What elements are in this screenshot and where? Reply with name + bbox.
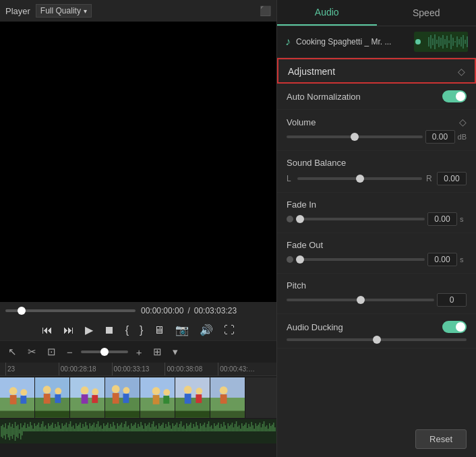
ruler-mark-0: 23 — [5, 363, 59, 375]
music-icon: ♪ — [285, 36, 291, 48]
zoom-in-btn[interactable]: + — [133, 345, 145, 359]
mark-in-button[interactable]: { — [124, 323, 130, 338]
left-label: L — [287, 174, 293, 183]
volume-value-group: ◇ — [459, 117, 467, 127]
fade-out-slider[interactable] — [296, 258, 425, 261]
volume-slider-group: 0.00 dB — [287, 130, 467, 144]
timeline-scrubber[interactable] — [5, 309, 136, 312]
zoom-out-btn[interactable]: − — [64, 345, 76, 359]
svg-rect-6 — [20, 396, 26, 404]
fade-in-row: Fade In 0.00 s — [277, 193, 476, 233]
track-name: Cooking Spaghetti _ Mr. ... — [296, 37, 409, 47]
svg-point-17 — [81, 386, 89, 394]
stop-button[interactable]: ⏹ — [102, 323, 116, 338]
svg-rect-16 — [70, 411, 105, 418]
fade-out-value: 0.00 — [427, 253, 457, 266]
track-dot — [415, 39, 421, 44]
svg-rect-23 — [105, 411, 140, 418]
cartoon-frame-1 — [0, 377, 35, 418]
svg-rect-41 — [196, 394, 202, 403]
volume-row: Volume ◇ 0.00 dB — [277, 110, 476, 151]
svg-rect-11 — [44, 394, 51, 404]
mark-out-button[interactable]: } — [138, 323, 144, 338]
auto-normalization-control — [366, 90, 467, 102]
balance-value: 0.00 — [437, 172, 467, 185]
crop-tool[interactable]: ⊡ — [44, 344, 59, 359]
adjustment-section-header: Adjustment ◇ — [277, 58, 476, 84]
timeline-tracks — [0, 376, 276, 457]
svg-rect-25 — [113, 393, 119, 404]
pitch-slider[interactable] — [287, 299, 434, 301]
timeline-controls: 00:00:00:00 / 00:03:03:23 — [0, 302, 276, 319]
volume-button[interactable]: 🔊 — [198, 322, 214, 338]
volume-diamond-icon: ◇ — [459, 117, 467, 127]
svg-point-24 — [112, 385, 120, 393]
svg-rect-46 — [220, 394, 227, 404]
fade-in-slider-group: 0.00 s — [287, 212, 467, 226]
step-back-button[interactable]: ⏭︎ — [62, 323, 76, 338]
pitch-label: Pitch — [287, 280, 354, 291]
more-btn[interactable]: ▾ — [170, 344, 181, 359]
tab-audio[interactable]: Audio — [277, 0, 377, 26]
svg-point-40 — [196, 388, 202, 394]
svg-rect-2 — [0, 411, 34, 418]
tab-speed[interactable]: Speed — [377, 0, 477, 26]
quality-value: Full Quality — [40, 6, 81, 16]
time-separator: / — [187, 306, 189, 315]
left-panel: Player Full Quality ▾ ⬛ 00:00:00:00 / 00… — [0, 0, 276, 457]
audio-ducking-toggle[interactable] — [442, 321, 467, 333]
audio-track-info-bar: ♪ Cooking Spaghetti _ Mr. ... — [277, 26, 476, 58]
svg-point-5 — [20, 389, 27, 396]
fade-out-row: Fade Out 0.00 s — [277, 233, 476, 274]
zoom-slider[interactable] — [81, 351, 128, 353]
auto-normalization-toggle[interactable] — [442, 90, 467, 102]
cartoon-frame-2 — [35, 377, 70, 418]
cartoon-frame-3 — [70, 377, 105, 418]
svg-rect-13 — [55, 394, 61, 403]
cartoon-frame-6 — [175, 377, 210, 418]
audio-ducking-header: Audio Ducking — [287, 321, 467, 333]
svg-rect-20 — [92, 395, 98, 403]
total-time: 00:03:03:23 — [194, 306, 237, 315]
pitch-row: Pitch 0 — [277, 274, 476, 314]
settings-content: Adjustment ◇ Auto Normalization Volume ◇ — [277, 58, 476, 421]
svg-rect-43 — [210, 398, 245, 411]
svg-rect-39 — [185, 394, 191, 404]
quality-select[interactable]: Full Quality ▾ — [36, 4, 92, 18]
reset-area: Reset — [277, 421, 476, 457]
svg-point-38 — [184, 386, 192, 394]
video-preview — [0, 22, 276, 302]
cartoon-frame-4 — [105, 377, 140, 418]
current-time: 00:00:00:00 — [141, 306, 183, 315]
svg-rect-35 — [175, 378, 210, 398]
sound-balance-slider[interactable] — [297, 177, 422, 180]
top-bar: Player Full Quality ▾ ⬛ — [0, 0, 276, 22]
snapshot-button[interactable]: 📷 — [174, 322, 190, 338]
split-tool[interactable]: ✂ — [25, 344, 39, 359]
skip-back-button[interactable]: ⏮ — [40, 323, 54, 338]
fullscreen-button[interactable]: ⛶ — [222, 323, 236, 338]
monitor-button[interactable]: 🖥 — [152, 323, 166, 338]
ruler-mark-2: 00:00:33:13 — [112, 363, 165, 375]
svg-rect-30 — [140, 411, 175, 418]
fade-out-dot — [287, 256, 293, 263]
audio-ducking-slider[interactable] — [287, 338, 467, 341]
auto-normalization-label: Auto Normalization — [287, 92, 361, 102]
svg-rect-4 — [10, 395, 17, 404]
audio-ducking-toggle-knob — [456, 322, 465, 332]
chevron-down-icon: ▾ — [84, 7, 87, 15]
svg-point-10 — [43, 386, 51, 394]
svg-rect-36 — [175, 398, 210, 411]
volume-slider[interactable] — [287, 135, 423, 138]
auto-normalization-row: Auto Normalization — [277, 84, 476, 110]
play-button[interactable]: ▶ — [84, 322, 94, 338]
svg-rect-34 — [163, 396, 169, 404]
reset-button[interactable]: Reset — [415, 429, 467, 449]
cursor-tool[interactable]: ↖ — [5, 344, 20, 359]
right-panel: Audio Speed ♪ Cooking Spaghetti _ Mr. ..… — [276, 0, 476, 457]
grid-btn[interactable]: ⊞ — [150, 344, 165, 359]
time-display: 00:00:00:00 / 00:03:03:23 — [141, 306, 271, 315]
svg-rect-44 — [210, 411, 245, 418]
svg-point-3 — [9, 387, 18, 395]
fade-in-slider[interactable] — [296, 218, 425, 220]
